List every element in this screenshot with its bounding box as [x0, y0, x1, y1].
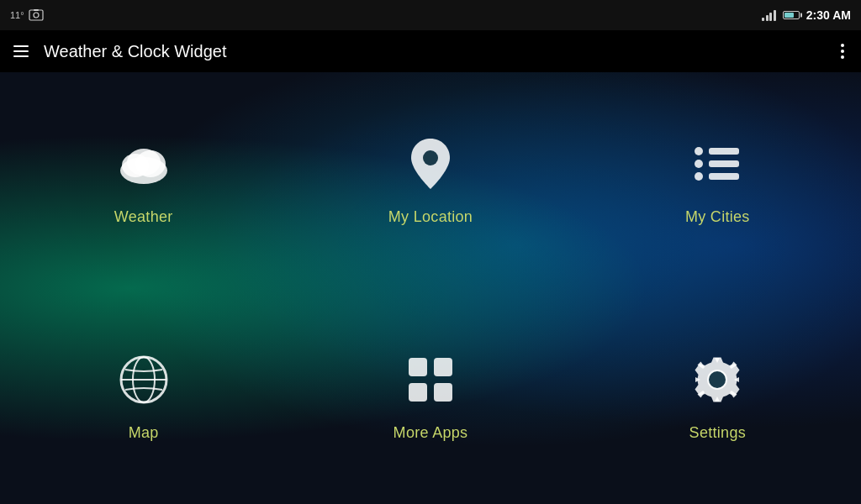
more-apps-label: More Apps	[394, 424, 468, 442]
my-cities-button[interactable]: My Cities	[574, 72, 861, 288]
wifi-icon	[762, 9, 776, 21]
battery-icon	[783, 11, 800, 19]
weather-label: Weather	[114, 208, 173, 226]
settings-label: Settings	[689, 424, 746, 442]
status-time: 2:30 AM	[806, 8, 851, 22]
hamburger-menu-button[interactable]	[13, 45, 29, 57]
my-location-button[interactable]: My Location	[287, 72, 573, 288]
svg-rect-11	[709, 160, 739, 167]
svg-point-8	[695, 147, 703, 155]
svg-rect-19	[409, 383, 427, 402]
location-pin-icon	[401, 134, 460, 193]
photo-icon	[29, 9, 43, 21]
weather-button[interactable]: Weather	[0, 72, 287, 288]
settings-button[interactable]: Settings	[574, 288, 861, 504]
svg-rect-18	[434, 358, 452, 376]
svg-rect-9	[709, 148, 739, 155]
status-bar: 11° 2:30 AM	[0, 0, 861, 30]
svg-rect-13	[709, 173, 739, 180]
svg-point-1	[34, 13, 39, 18]
my-cities-label: My Cities	[685, 208, 750, 226]
gear-icon	[688, 350, 747, 409]
svg-point-10	[695, 160, 703, 168]
more-apps-button[interactable]: More Apps	[287, 288, 573, 504]
apps-grid-icon	[401, 350, 460, 409]
svg-point-6	[127, 149, 161, 176]
main-content: Weather My Location	[0, 72, 861, 504]
my-location-label: My Location	[388, 208, 473, 226]
globe-icon	[114, 350, 173, 409]
list-icon	[688, 134, 747, 193]
svg-rect-20	[434, 383, 452, 402]
app-grid: Weather My Location	[0, 72, 861, 504]
temperature-badge: 11°	[10, 10, 24, 20]
svg-rect-2	[34, 9, 39, 11]
map-label: Map	[129, 424, 159, 442]
svg-point-7	[423, 150, 438, 165]
top-bar: Weather & Clock Widget	[0, 30, 861, 72]
svg-point-12	[695, 172, 703, 181]
svg-rect-0	[29, 10, 43, 20]
cloud-icon	[114, 134, 173, 193]
svg-rect-17	[409, 358, 427, 376]
app-title: Weather & Clock Widget	[44, 42, 837, 61]
map-button[interactable]: Map	[0, 288, 287, 504]
more-options-button[interactable]	[837, 40, 848, 62]
svg-point-21	[709, 371, 726, 388]
